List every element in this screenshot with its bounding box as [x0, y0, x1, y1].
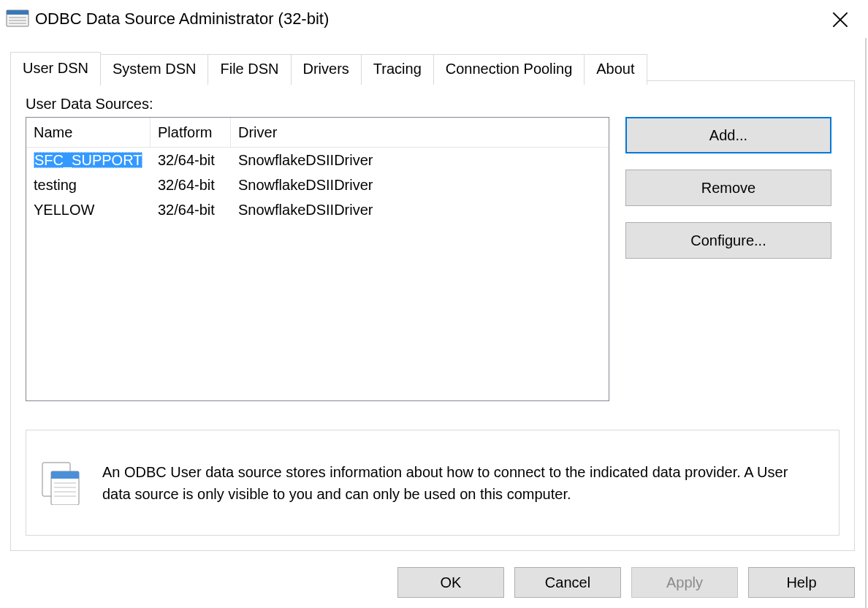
- dialog-body: User DSN System DSN File DSN Drivers Tra…: [0, 38, 867, 608]
- window-title: ODBC Data Source Administrator (32-bit): [35, 10, 329, 28]
- app-icon: [6, 7, 29, 31]
- cell-platform: 32/64-bit: [151, 152, 231, 169]
- cancel-button[interactable]: Cancel: [514, 567, 621, 598]
- column-header-name[interactable]: Name: [26, 118, 151, 147]
- table-row[interactable]: YELLOW 32/64-bit SnowflakeDSIIDriver: [26, 197, 609, 222]
- column-header-platform[interactable]: Platform: [151, 118, 231, 147]
- title-bar: ODBC Data Source Administrator (32-bit): [0, 0, 868, 38]
- tab-file-dsn[interactable]: File DSN: [208, 54, 291, 85]
- configure-button[interactable]: Configure...: [625, 222, 831, 259]
- add-button[interactable]: Add...: [625, 117, 831, 153]
- data-sources-list[interactable]: Name Platform Driver SFC_SUPPORT 32/64-b…: [26, 117, 609, 401]
- info-box: An ODBC User data source stores informat…: [26, 430, 840, 536]
- bottom-buttons: OK Cancel Apply Help: [387, 567, 855, 598]
- cell-name: testing: [26, 177, 151, 194]
- close-button[interactable]: [823, 4, 858, 35]
- svg-rect-1: [7, 10, 28, 15]
- tab-connection-pooling[interactable]: Connection Pooling: [433, 54, 585, 85]
- side-buttons: Add... Remove Configure...: [625, 117, 831, 275]
- tab-about[interactable]: About: [584, 54, 647, 85]
- svg-rect-9: [51, 471, 79, 479]
- cell-platform: 32/64-bit: [151, 177, 231, 194]
- cell-driver: SnowflakeDSIIDriver: [231, 152, 609, 169]
- list-header: Name Platform Driver: [26, 118, 609, 148]
- apply-button: Apply: [631, 567, 738, 598]
- tab-panel-user-dsn: User Data Sources: Name Platform Driver …: [10, 80, 855, 551]
- column-header-driver[interactable]: Driver: [231, 118, 609, 147]
- ok-button[interactable]: OK: [397, 567, 504, 598]
- section-label: User Data Sources:: [26, 96, 840, 113]
- tab-system-dsn[interactable]: System DSN: [100, 54, 208, 85]
- table-row[interactable]: testing 32/64-bit SnowflakeDSIIDriver: [26, 172, 609, 197]
- remove-button[interactable]: Remove: [625, 170, 831, 206]
- tab-user-dsn[interactable]: User DSN: [10, 52, 101, 86]
- tabs: User DSN System DSN File DSN Drivers Tra…: [10, 51, 647, 85]
- tab-tracing[interactable]: Tracing: [361, 54, 434, 85]
- help-button[interactable]: Help: [748, 567, 855, 598]
- datasource-icon: [41, 461, 85, 505]
- cell-platform: 32/64-bit: [151, 202, 231, 218]
- tab-drivers[interactable]: Drivers: [291, 54, 362, 85]
- info-text: An ODBC User data source stores informat…: [102, 461, 818, 505]
- table-row[interactable]: SFC_SUPPORT 32/64-bit SnowflakeDSIIDrive…: [26, 148, 609, 172]
- list-rows: SFC_SUPPORT 32/64-bit SnowflakeDSIIDrive…: [26, 148, 609, 222]
- close-icon: [832, 12, 848, 28]
- cell-name: YELLOW: [26, 202, 151, 218]
- cell-driver: SnowflakeDSIIDriver: [231, 177, 609, 194]
- cell-name: SFC_SUPPORT: [26, 152, 151, 169]
- cell-driver: SnowflakeDSIIDriver: [231, 202, 609, 218]
